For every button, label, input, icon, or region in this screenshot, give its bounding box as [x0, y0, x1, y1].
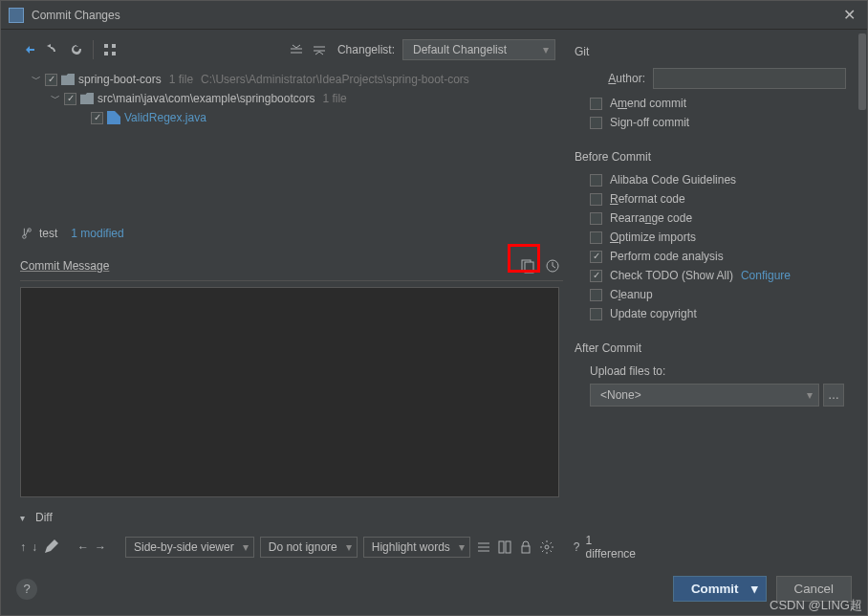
upload-browse-button[interactable]: … — [823, 384, 844, 407]
before-commit-item: Cleanup — [590, 288, 846, 301]
svg-rect-3 — [112, 52, 116, 55]
svg-rect-5 — [525, 262, 533, 273]
expand-arrow-icon[interactable]: ﹀ — [51, 92, 60, 105]
rollback-icon[interactable] — [20, 39, 41, 60]
checkbox[interactable] — [590, 231, 602, 244]
collapse-arrow-icon[interactable]: ▾ — [20, 513, 30, 523]
close-button[interactable]: ✕ — [839, 6, 859, 24]
before-commit-item: Check TODO (Show All) Configure — [590, 269, 846, 282]
diff-label: Diff — [35, 511, 53, 524]
undo-icon[interactable] — [43, 39, 64, 60]
folder-icon — [61, 74, 75, 85]
before-commit-label: Check TODO (Show All) — [610, 269, 733, 282]
changelist-dropdown[interactable]: Default Changelist — [402, 39, 555, 60]
forward-icon[interactable]: → — [95, 537, 106, 558]
edit-icon[interactable] — [43, 537, 58, 558]
collapse-all-icon[interactable] — [309, 39, 330, 60]
after-commit-title: After Commit — [575, 341, 846, 355]
collapse-unchanged-icon[interactable] — [476, 537, 491, 558]
svg-rect-9 — [522, 546, 530, 553]
before-commit-label: Reformat code — [610, 192, 685, 206]
app-icon — [9, 8, 24, 23]
commit-button[interactable]: Commit — [673, 576, 767, 602]
cancel-button[interactable]: Cancel — [776, 576, 853, 602]
branch-name: test — [39, 227, 57, 240]
before-commit-item: Rearrange code — [590, 211, 846, 225]
tree-path: C:\Users\Administrator\IdeaProjects\spri… — [201, 73, 469, 86]
checkbox[interactable] — [590, 270, 602, 282]
help-button[interactable]: ? — [16, 579, 37, 600]
before-commit-label: Update copyright — [610, 307, 697, 320]
file-count: 1 file — [169, 73, 193, 86]
highlight-dropdown[interactable]: Highlight words — [363, 537, 470, 558]
checkbox[interactable] — [590, 193, 602, 206]
upload-label: Upload files to: — [575, 364, 846, 378]
changes-tree: ﹀ spring-boot-cors 1 file C:\Users\Admin… — [20, 68, 563, 221]
tree-file-row[interactable]: ﹀ ValidRegex.java — [20, 108, 563, 127]
refresh-icon[interactable] — [66, 39, 87, 60]
changes-toolbar: Changelist: Default Changelist — [20, 37, 563, 68]
tree-package-row[interactable]: ﹀ src\main\java\com\example\springbootco… — [20, 89, 563, 108]
ignore-dropdown[interactable]: Do not ignore — [260, 537, 358, 558]
git-group-title: Git — [575, 45, 846, 58]
dialog-title: Commit Changes — [32, 9, 839, 22]
author-input[interactable] — [653, 68, 846, 89]
group-icon[interactable] — [99, 39, 120, 60]
expand-all-icon[interactable] — [286, 39, 307, 60]
diff-section-header[interactable]: ▾ Diff — [20, 505, 563, 530]
before-commit-label: Perform code analysis — [610, 250, 724, 263]
folder-icon — [80, 93, 94, 104]
checkbox[interactable] — [590, 251, 602, 263]
upload-target-dropdown[interactable]: <None> — [590, 384, 819, 407]
svg-rect-1 — [112, 44, 116, 48]
signoff-checkbox[interactable] — [590, 117, 602, 129]
next-diff-icon[interactable]: ↓ — [32, 537, 37, 558]
before-commit-item: Reformat code — [590, 192, 846, 206]
sync-scroll-icon[interactable] — [497, 537, 512, 558]
svg-point-10 — [545, 545, 549, 549]
before-commit-label: Rearrange code — [610, 211, 692, 225]
before-commit-item: Alibaba Code Guidelines — [590, 173, 846, 187]
before-commit-item: Update copyright — [590, 307, 846, 320]
prev-diff-icon[interactable]: ↑ — [20, 537, 26, 558]
tree-label: spring-boot-cors — [78, 73, 162, 86]
lock-icon[interactable] — [518, 537, 533, 558]
commit-template-icon[interactable] — [517, 255, 538, 276]
tree-label: src\main\java\com\example\springbootcors — [98, 92, 315, 105]
file-count: 1 file — [322, 92, 346, 105]
diff-toolbar: ↑ ↓ ← → Side-by-side viewer Do not ignor… — [20, 530, 563, 568]
checkbox[interactable] — [91, 112, 103, 124]
checkbox[interactable] — [590, 212, 602, 225]
checkbox[interactable] — [590, 308, 602, 320]
svg-rect-8 — [506, 541, 510, 553]
amend-label: Amend commit — [610, 97, 686, 110]
before-commit-item: Optimize imports — [590, 231, 846, 244]
before-commit-item: Perform code analysis — [590, 250, 846, 263]
checkbox[interactable] — [590, 174, 602, 187]
expand-arrow-icon[interactable]: ﹀ — [32, 73, 41, 86]
signoff-label: Sign-off commit — [610, 116, 689, 129]
commit-message-input[interactable] — [20, 287, 559, 497]
svg-rect-7 — [499, 541, 504, 553]
history-icon[interactable] — [542, 255, 563, 276]
before-commit-title: Before Commit — [575, 150, 846, 164]
author-label: Author: — [590, 72, 645, 85]
java-file-icon — [107, 111, 120, 124]
checkbox[interactable] — [590, 289, 602, 301]
configure-link[interactable]: Configure — [741, 269, 791, 282]
before-commit-label: Optimize imports — [610, 231, 696, 244]
branch-icon — [20, 227, 33, 240]
amend-checkbox[interactable] — [590, 98, 602, 110]
modified-count[interactable]: 1 modified — [71, 227, 123, 240]
svg-rect-0 — [104, 44, 108, 48]
status-row: test 1 modified — [20, 221, 563, 250]
viewer-mode-dropdown[interactable]: Side-by-side viewer — [125, 537, 254, 558]
tree-root-row[interactable]: ﹀ spring-boot-cors 1 file C:\Users\Admin… — [20, 70, 563, 89]
settings-gear-icon[interactable] — [539, 537, 554, 558]
checkbox[interactable] — [45, 74, 57, 86]
changelist-label: Changelist: — [337, 43, 395, 56]
checkbox[interactable] — [64, 93, 76, 105]
before-commit-label: Cleanup — [610, 288, 653, 301]
back-icon[interactable]: ← — [77, 537, 89, 558]
right-scrollbar[interactable] — [857, 30, 867, 568]
